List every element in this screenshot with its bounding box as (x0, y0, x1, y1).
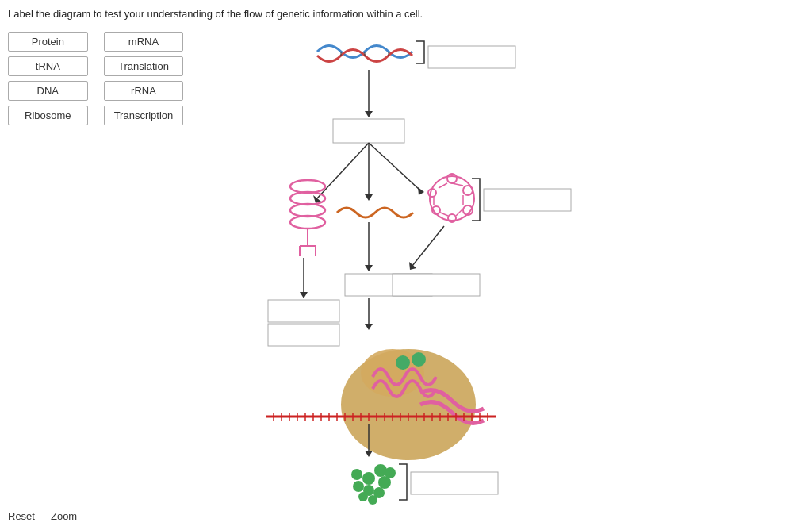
svg-rect-4 (428, 46, 515, 68)
svg-point-91 (368, 495, 377, 505)
svg-point-88 (353, 481, 364, 492)
svg-marker-39 (365, 265, 373, 271)
label-rrna[interactable]: rRNA (104, 81, 184, 101)
svg-rect-44 (393, 274, 480, 296)
svg-rect-35 (484, 189, 571, 211)
svg-point-83 (362, 472, 375, 485)
svg-line-32 (439, 212, 448, 216)
zoom-button[interactable]: Zoom (51, 510, 77, 522)
svg-rect-7 (333, 119, 404, 143)
svg-point-17 (290, 216, 325, 229)
svg-rect-47 (268, 324, 339, 346)
svg-point-90 (385, 467, 396, 478)
label-transcription[interactable]: Transcription (104, 106, 184, 125)
svg-marker-37 (300, 292, 308, 298)
svg-marker-6 (365, 111, 373, 117)
svg-point-92 (358, 492, 368, 501)
svg-line-8 (317, 143, 369, 198)
reset-button[interactable]: Reset (8, 510, 35, 522)
svg-point-89 (351, 469, 362, 480)
label-mrna[interactable]: mRNA (104, 32, 184, 52)
svg-point-24 (463, 186, 473, 195)
svg-point-23 (447, 174, 457, 183)
label-protein[interactable]: Protein (8, 32, 88, 52)
label-translation[interactable]: Translation (104, 56, 184, 76)
svg-marker-82 (365, 451, 373, 457)
diagram-area (254, 24, 809, 516)
svg-marker-46 (365, 324, 373, 330)
svg-point-14 (290, 180, 325, 193)
labels-panel: Protein mRNA tRNA Translation DNA rRNA R… (8, 32, 183, 125)
svg-rect-42 (268, 300, 339, 322)
svg-line-34 (439, 183, 447, 188)
label-ribosome[interactable]: Ribosome (8, 106, 88, 125)
instruction-text: Label the diagram to test your understan… (8, 8, 423, 20)
svg-line-40 (412, 226, 444, 266)
svg-point-50 (396, 355, 410, 370)
svg-line-29 (452, 183, 463, 186)
svg-point-51 (412, 352, 426, 367)
svg-marker-13 (418, 187, 424, 195)
svg-rect-93 (411, 472, 498, 494)
svg-point-15 (290, 192, 325, 205)
svg-marker-11 (365, 194, 373, 201)
svg-point-16 (290, 204, 325, 217)
label-trna[interactable]: tRNA (8, 56, 88, 76)
bottom-buttons: Reset Zoom (8, 510, 77, 522)
svg-line-12 (369, 143, 420, 190)
label-dna[interactable]: DNA (8, 81, 88, 101)
svg-line-31 (456, 209, 463, 216)
